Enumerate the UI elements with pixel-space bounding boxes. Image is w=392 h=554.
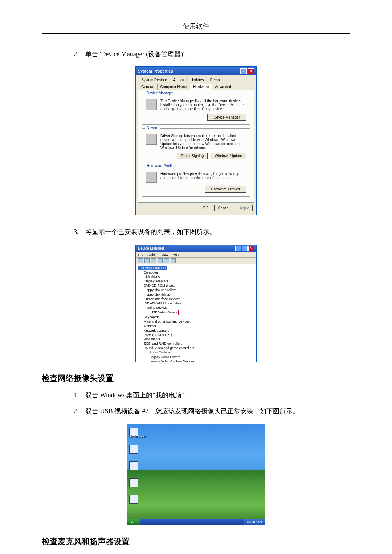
step-text: 双击 Windows 桌面上的"我的电脑"。 — [85, 389, 350, 401]
figure-device-manager: Device Manager _ □ X File Action View He… — [42, 245, 350, 362]
tree-node[interactable]: Audio Codecs — [150, 350, 254, 354]
dialog-titlebar: System Properties ? X — [136, 67, 256, 75]
tree-node[interactable]: Monitors — [144, 324, 254, 328]
tree-root[interactable]: JOHN@HOMEPC — [138, 266, 167, 270]
tree-node[interactable]: Imaging devices — [144, 305, 254, 310]
tab-automatic-updates[interactable]: Automatic Updates — [170, 77, 207, 83]
tree-node[interactable]: Processors — [144, 337, 254, 341]
toolbar-icon[interactable] — [151, 258, 156, 263]
tab-advanced[interactable]: Advanced — [212, 84, 234, 90]
group-text: Driver Signing lets you make sure that i… — [160, 134, 246, 150]
hardware-profiles-button[interactable]: Hardware Profiles — [205, 186, 246, 193]
page-header: 使用软件 — [42, 22, 350, 34]
list-item: 1. 双击 Windows 桌面上的"我的电脑"。 — [74, 389, 350, 401]
list-item: 3. 将显示一个已安装设备的列表，如下图所示。 — [74, 226, 350, 238]
list-item: 1. 双击"控制面板"中的"声音和音频设备"。 — [74, 553, 350, 554]
list-item: 2. 单击"Device Manager (设备管理器)"。 — [74, 48, 350, 60]
tab-row-bottom: General Computer Name Hardware Advanced — [136, 82, 256, 90]
tree-node[interactable]: Floppy disk drives — [144, 292, 254, 297]
drivers-icon — [146, 134, 157, 145]
tree-node[interactable]: IDE ATA/ATAPI controllers — [144, 301, 254, 305]
dialog-body: Device Manager The Device Manager lists … — [138, 90, 254, 203]
step-text: 双击 USB 视频设备 #2。您应该发现网络摄像头已正常安装，如下图所示。 — [85, 405, 350, 417]
desktop-icon[interactable] — [129, 445, 138, 454]
group-drivers: Drivers Driver Signing lets you make sur… — [142, 128, 250, 163]
menu-action[interactable]: Action — [148, 253, 157, 257]
tree-node[interactable]: Mice and other pointing devices — [144, 319, 254, 324]
tree-node[interactable]: DVD/CD-ROM drives — [144, 283, 254, 288]
tree-node[interactable]: Ports (COM & LPT) — [144, 333, 254, 337]
group-device-manager: Device Manager The Device Manager lists … — [142, 94, 250, 125]
desktop-icon[interactable] — [129, 495, 138, 504]
device-manager-window: Device Manager _ □ X File Action View He… — [135, 245, 257, 362]
figure-xp-desktop: My Computer start EN 9:17 AM — [42, 424, 350, 525]
tab-hardware[interactable]: Hardware — [190, 84, 212, 90]
toolbar-icon[interactable] — [138, 258, 143, 263]
group-legend: Device Manager — [145, 91, 175, 95]
step-number: 3. — [74, 226, 85, 238]
dialog-title: System Properties — [138, 69, 173, 73]
tab-system-restore[interactable]: System Restore — [138, 77, 170, 83]
maximize-icon[interactable]: □ — [242, 246, 248, 251]
step-text: 单击"Device Manager (设备管理器)"。 — [85, 48, 350, 60]
cancel-button[interactable]: Cancel — [214, 205, 233, 211]
step-text: 双击"控制面板"中的"声音和音频设备"。 — [85, 553, 350, 554]
menu-help[interactable]: Help — [173, 253, 180, 257]
step-number: 1. — [74, 553, 85, 554]
system-tray[interactable]: EN 9:17 AM — [244, 519, 265, 525]
tab-general[interactable]: General — [138, 84, 158, 90]
device-manager-button[interactable]: Device Manager — [207, 114, 246, 121]
toolbar-icon[interactable] — [158, 258, 163, 263]
menu-view[interactable]: View — [161, 253, 168, 257]
group-text: Hardware profiles provide a way for you … — [160, 172, 246, 183]
tree-node[interactable]: SCSI and RAID controllers — [144, 341, 254, 346]
step-number: 2. — [74, 48, 85, 60]
start-button[interactable]: start — [127, 519, 140, 525]
window-title: Device Manager — [138, 246, 164, 250]
tree-node[interactable]: Network adapters — [144, 328, 254, 333]
minimize-icon[interactable]: _ — [235, 246, 241, 251]
dialog-footer: OK Cancel Apply — [136, 205, 256, 215]
toolbar-icon[interactable] — [144, 258, 150, 263]
tree-node[interactable]: Human Interface Devices — [144, 297, 254, 301]
windows-update-button[interactable]: Windows Update — [211, 153, 246, 159]
desktop-icons — [129, 428, 138, 504]
menu-bar: File Action View Help — [136, 252, 256, 258]
tree-node[interactable]: Computer — [144, 270, 254, 275]
tree-node[interactable]: Sound, video and game controllers — [144, 346, 254, 350]
tree-node[interactable]: Legacy Audio Drivers — [150, 355, 254, 359]
desktop-icon[interactable] — [129, 461, 138, 470]
group-legend: Hardware Profiles — [145, 164, 177, 168]
tree-node[interactable]: Keyboards — [144, 315, 254, 319]
usb-video-device[interactable]: USB Video Device — [150, 310, 179, 315]
close-icon[interactable]: X — [248, 68, 254, 74]
menu-file[interactable]: File — [138, 253, 143, 257]
apply-button[interactable]: Apply — [236, 205, 253, 211]
tab-row-top: System Restore Automatic Updates Remote — [136, 75, 256, 83]
tree-node[interactable]: Display adapters — [144, 279, 254, 283]
list-item: 2. 双击 USB 视频设备 #2。您应该发现网络摄像头已正常安装，如下图所示。 — [74, 405, 350, 417]
help-icon[interactable]: ? — [240, 68, 247, 74]
tab-computer-name[interactable]: Computer Name — [157, 84, 190, 90]
desktop-icon[interactable] — [129, 478, 138, 487]
device-tree[interactable]: JOHN@HOMEPC Computer Disk drives Display… — [136, 264, 256, 362]
system-properties-dialog: System Properties ? X System Restore Aut… — [135, 66, 257, 215]
xp-desktop: My Computer start EN 9:17 AM — [127, 424, 265, 525]
toolbar-icon[interactable] — [164, 258, 169, 263]
tab-remote[interactable]: Remote — [207, 77, 226, 83]
window-titlebar: Device Manager _ □ X — [136, 245, 256, 252]
tree-node[interactable]: Floppy disk controllers — [144, 288, 254, 292]
document-page: 使用软件 2. 单击"Device Manager (设备管理器)"。 Syst… — [0, 0, 392, 554]
step-number: 1. — [74, 389, 85, 401]
tree-node[interactable]: Legacy Video Capture Devices — [150, 359, 254, 362]
toolbar-icon[interactable] — [171, 258, 176, 263]
device-manager-icon — [146, 99, 157, 110]
section-heading: 检查网络摄像头设置 — [42, 373, 350, 384]
group-text: The Device Manager lists all the hardwar… — [160, 99, 246, 111]
taskbar: start EN 9:17 AM — [127, 519, 265, 525]
close-icon[interactable]: X — [248, 246, 254, 251]
tree-node[interactable]: Disk drives — [144, 275, 254, 279]
ok-button[interactable]: OK — [199, 205, 212, 211]
driver-signing-button[interactable]: Driver Signing — [177, 153, 208, 159]
step-number: 2. — [74, 405, 85, 417]
